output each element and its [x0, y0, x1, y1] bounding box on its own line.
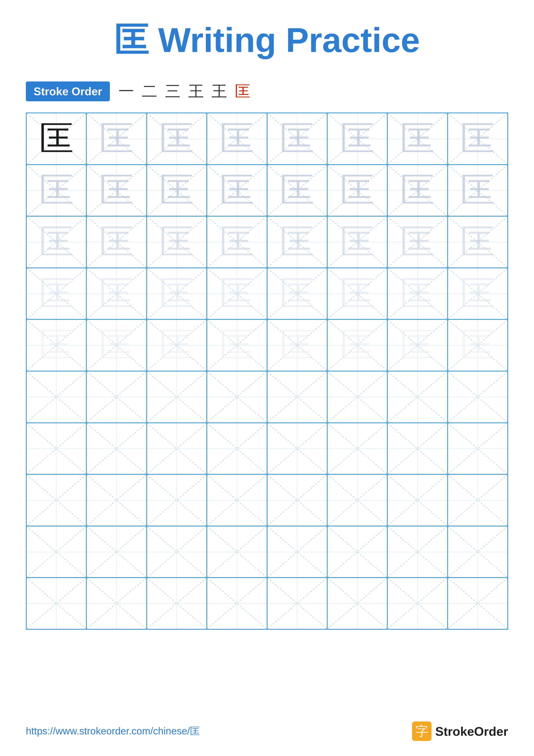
grid-cell[interactable]	[447, 423, 508, 474]
svg-line-110	[448, 423, 507, 474]
grid-cell[interactable]	[87, 474, 146, 526]
grid-cell[interactable]: 匡	[26, 113, 87, 165]
grid-cell[interactable]	[26, 526, 87, 578]
grid-cell[interactable]	[327, 578, 387, 629]
grid-cell[interactable]	[87, 423, 146, 474]
grid-cell[interactable]	[327, 423, 387, 474]
grid-cell[interactable]: 匡	[207, 165, 267, 216]
svg-line-70	[207, 320, 267, 371]
grid-cell[interactable]: 匡	[327, 268, 387, 320]
grid-cell[interactable]: 匡	[387, 216, 447, 268]
grid-cell[interactable]	[87, 526, 146, 578]
svg-line-158	[448, 578, 507, 629]
grid-cell[interactable]: 匡	[147, 319, 207, 371]
svg-line-81	[27, 371, 86, 422]
grid-cell[interactable]	[267, 474, 327, 526]
grid-cell[interactable]: 匡	[267, 216, 327, 268]
grid-cell[interactable]	[447, 474, 508, 526]
grid-cell[interactable]: 匡	[87, 319, 146, 371]
grid-cell[interactable]	[447, 526, 508, 578]
grid-cell[interactable]: 匡	[387, 268, 447, 320]
grid-cell[interactable]: 匡	[207, 113, 267, 165]
grid-cell[interactable]: 匡	[87, 268, 146, 320]
grid-cell[interactable]: 匡	[26, 165, 87, 216]
grid-cell[interactable]	[147, 526, 207, 578]
grid-cell[interactable]: 匡	[267, 319, 327, 371]
grid-cell[interactable]	[447, 578, 508, 629]
footer-url[interactable]: https://www.strokeorder.com/chinese/匡	[26, 724, 200, 738]
grid-cell[interactable]	[267, 526, 327, 578]
grid-cell[interactable]	[387, 526, 447, 578]
grid-cell[interactable]: 匡	[87, 216, 146, 268]
grid-cell[interactable]: 匡	[327, 113, 387, 165]
grid-cell[interactable]	[207, 474, 267, 526]
grid-cell[interactable]	[327, 474, 387, 526]
grid-cell[interactable]: 匡	[447, 165, 508, 216]
stroke-step-3: 三	[165, 81, 181, 102]
practice-char: 匡	[39, 116, 74, 162]
grid-cell[interactable]: 匡	[207, 319, 267, 371]
grid-cell[interactable]: 匡	[267, 165, 327, 216]
stroke-step-5: 王	[212, 81, 227, 102]
svg-line-77	[388, 320, 447, 371]
svg-line-41	[267, 217, 327, 267]
grid-cell[interactable]	[207, 371, 267, 423]
grid-cell[interactable]: 匡	[26, 216, 87, 268]
grid-cell[interactable]	[387, 578, 447, 629]
footer-logo-text: StrokeOrder	[435, 724, 508, 739]
grid-cell[interactable]: 匡	[26, 268, 87, 320]
grid-cell[interactable]	[327, 526, 387, 578]
grid-cell[interactable]: 匡	[387, 165, 447, 216]
svg-line-147	[87, 578, 146, 629]
grid-cell[interactable]	[387, 474, 447, 526]
grid-cell[interactable]	[267, 578, 327, 629]
practice-char: 匡	[159, 167, 194, 214]
grid-cell[interactable]	[447, 371, 508, 423]
grid-cell[interactable]	[87, 578, 146, 629]
grid-cell[interactable]: 匡	[447, 319, 508, 371]
grid-cell[interactable]: 匡	[207, 216, 267, 268]
grid-cell[interactable]	[26, 474, 87, 526]
svg-line-120	[267, 475, 327, 526]
grid-cell[interactable]: 匡	[327, 165, 387, 216]
grid-cell[interactable]: 匡	[327, 216, 387, 268]
grid-cell[interactable]	[207, 578, 267, 629]
grid-cell[interactable]: 匡	[267, 268, 327, 320]
grid-cell[interactable]: 匡	[26, 319, 87, 371]
grid-cell[interactable]: 匡	[267, 113, 327, 165]
grid-cell[interactable]: 匡	[207, 268, 267, 320]
grid-cell[interactable]: 匡	[147, 216, 207, 268]
grid-cell[interactable]	[387, 423, 447, 474]
page-title: 匡 Writing Practice	[114, 21, 420, 59]
grid-cell[interactable]	[147, 371, 207, 423]
grid-cell[interactable]: 匡	[147, 268, 207, 320]
grid-cell[interactable]: 匡	[447, 113, 508, 165]
svg-line-142	[448, 526, 507, 577]
grid-cell[interactable]: 匡	[87, 113, 146, 165]
svg-line-4	[147, 113, 206, 164]
grid-cell[interactable]	[147, 423, 207, 474]
grid-cell[interactable]	[147, 474, 207, 526]
grid-cell[interactable]	[267, 371, 327, 423]
grid-cell[interactable]	[327, 371, 387, 423]
title-section: 匡 Writing Practice	[26, 17, 508, 64]
grid-cell[interactable]	[207, 526, 267, 578]
grid-cell[interactable]: 匡	[447, 216, 508, 268]
grid-cell[interactable]	[147, 578, 207, 629]
grid-cell[interactable]: 匡	[147, 113, 207, 165]
grid-cell[interactable]	[26, 371, 87, 423]
grid-cell[interactable]	[26, 423, 87, 474]
grid-cell[interactable]	[207, 423, 267, 474]
grid-cell[interactable]: 匡	[327, 319, 387, 371]
grid-cell[interactable]	[387, 371, 447, 423]
grid-cell[interactable]: 匡	[147, 165, 207, 216]
grid-cell[interactable]	[267, 423, 327, 474]
practice-char: 匡	[220, 270, 254, 317]
grid-cell[interactable]	[26, 578, 87, 629]
grid-cell[interactable]: 匡	[387, 319, 447, 371]
grid-cell[interactable]	[87, 371, 146, 423]
svg-line-155	[328, 578, 387, 629]
grid-cell[interactable]: 匡	[387, 113, 447, 165]
grid-cell[interactable]: 匡	[447, 268, 508, 320]
grid-cell[interactable]: 匡	[87, 165, 146, 216]
